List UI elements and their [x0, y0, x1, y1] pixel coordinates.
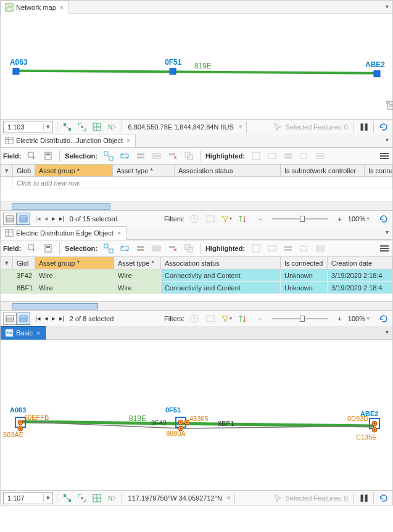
- filter-updown-icon[interactable]: [236, 313, 249, 325]
- hl-3-icon[interactable]: [282, 150, 294, 162]
- scroll-thumb[interactable]: [12, 203, 110, 210]
- filter-funnel-icon[interactable]: ▾: [220, 213, 233, 225]
- grid-tool-icon[interactable]: [91, 492, 103, 504]
- zoom-slider[interactable]: [272, 318, 328, 319]
- close-icon[interactable]: ×: [125, 137, 131, 144]
- iterate-tool-icon[interactable]: N: [105, 492, 118, 504]
- chevron-down-icon[interactable]: ▾: [43, 494, 52, 502]
- field-calc-icon[interactable]: [42, 150, 54, 162]
- view-selected-button[interactable]: [17, 313, 30, 325]
- basic-diagram-canvas[interactable]: A063 0F51 ABE2 60EFFB 503AE 819E 3F42 43…: [1, 340, 392, 490]
- refresh-button[interactable]: [378, 213, 390, 225]
- hl-2-icon[interactable]: [266, 242, 278, 255]
- filter-updown-icon[interactable]: [236, 213, 249, 225]
- select-related-icon[interactable]: [102, 150, 115, 162]
- chevron-down-icon[interactable]: ▾: [1, 165, 13, 176]
- scale-combo[interactable]: 1:103 ▾: [3, 121, 53, 133]
- zoom-slider[interactable]: [272, 218, 328, 219]
- junction-hscrollbar[interactable]: [1, 202, 392, 210]
- delete-selection-icon[interactable]: ×: [167, 242, 179, 255]
- col-asset-type[interactable]: Asset type *: [114, 257, 161, 269]
- pause-button[interactable]: ❚❚: [357, 492, 370, 504]
- grid-tool-icon[interactable]: [91, 121, 103, 133]
- tab-edge-object[interactable]: Electric Distribution Edge Object ×: [1, 226, 126, 240]
- col-is-connected[interactable]: Is connect: [365, 165, 392, 176]
- add-row[interactable]: Click to add new row.: [1, 177, 392, 189]
- network-map-canvas[interactable]: A063 0F51 ABE2 819E: [1, 14, 392, 119]
- select-all-icon[interactable]: [134, 242, 147, 255]
- field-add-icon[interactable]: +: [26, 150, 38, 162]
- edge-hscrollbar[interactable]: [1, 301, 392, 310]
- zoom-minus[interactable]: −: [256, 315, 265, 322]
- hl-1-icon[interactable]: [250, 150, 262, 162]
- iterate-tool-icon[interactable]: N: [105, 121, 118, 133]
- hl-2-icon[interactable]: [266, 150, 278, 162]
- chevron-down-icon[interactable]: ▾: [366, 215, 370, 223]
- col-subnetwork-controller[interactable]: Is subnetwork controller: [281, 165, 365, 176]
- field-add-icon[interactable]: +: [26, 242, 38, 255]
- close-icon[interactable]: ×: [35, 329, 41, 337]
- col-asset-group[interactable]: Asset group *: [35, 257, 114, 269]
- first-record-button[interactable]: |◂: [34, 215, 42, 223]
- delete-selection-icon[interactable]: ×: [167, 150, 179, 162]
- panel-menu-caret[interactable]: ▾: [386, 136, 389, 143]
- filter-time-icon[interactable]: [188, 313, 201, 325]
- filter-funnel-icon[interactable]: ▾: [220, 313, 233, 325]
- hl-4-icon[interactable]: [298, 242, 310, 255]
- refresh-button[interactable]: [378, 121, 390, 133]
- junction-grid-body[interactable]: Click to add new row.: [1, 177, 392, 202]
- filter-extent-icon[interactable]: [204, 313, 217, 325]
- first-record-button[interactable]: |◂: [34, 314, 42, 322]
- zoom-plus[interactable]: +: [335, 215, 344, 223]
- col-globalid[interactable]: Glol: [13, 257, 35, 269]
- chevron-down-icon[interactable]: ▾: [1, 257, 13, 269]
- col-is-connected[interactable]: Is connected: [281, 257, 328, 269]
- scroll-thumb[interactable]: [12, 303, 98, 309]
- close-icon[interactable]: ×: [59, 4, 65, 11]
- next-record-button[interactable]: ▸: [51, 314, 57, 322]
- edge-grid-body[interactable]: 3F42 Wire Wire Connectivity and Content …: [1, 269, 392, 301]
- table-row[interactable]: 8BF1 Wire Wire Connectivity and Content …: [1, 282, 392, 294]
- chevron-down-icon[interactable]: ▾: [227, 494, 231, 502]
- snap-tool-1-icon[interactable]: [61, 492, 73, 504]
- close-icon[interactable]: ×: [116, 229, 122, 237]
- pause-button[interactable]: ❚❚: [357, 121, 370, 133]
- copy-selection-icon[interactable]: [183, 242, 195, 255]
- select-all-icon[interactable]: [134, 150, 147, 162]
- select-swap-icon[interactable]: [118, 242, 131, 255]
- snap-tool-1-icon[interactable]: [61, 121, 73, 133]
- scale-combo[interactable]: 1:107 ▾: [3, 492, 53, 504]
- tab-junction-object[interactable]: Electric Distributio...Junction Object ×: [1, 134, 136, 147]
- table-row[interactable]: 3F42 Wire Wire Connectivity and Content …: [1, 269, 392, 282]
- map-postit-icon[interactable]: [386, 100, 390, 104]
- filter-time-icon[interactable]: [188, 213, 201, 225]
- view-all-button[interactable]: [3, 313, 17, 325]
- clear-selection-icon[interactable]: [151, 242, 163, 255]
- panel-menu-caret[interactable]: ▾: [386, 3, 389, 10]
- table-row[interactable]: [1, 294, 392, 301]
- next-record-button[interactable]: ▸: [51, 215, 57, 223]
- tab-network-map[interactable]: Network map ×: [1, 1, 69, 14]
- col-association-status[interactable]: Association status: [175, 165, 281, 176]
- tab-basic[interactable]: Basic ×: [1, 326, 46, 340]
- chevron-down-icon[interactable]: ▾: [43, 123, 52, 131]
- last-record-button[interactable]: ▸|: [58, 314, 66, 322]
- chevron-down-icon[interactable]: ▾: [366, 314, 370, 322]
- hamburger-menu-icon[interactable]: [379, 244, 390, 253]
- col-globalid[interactable]: Glob: [13, 165, 35, 176]
- last-record-button[interactable]: ▸|: [58, 215, 66, 223]
- zoom-plus[interactable]: +: [335, 315, 344, 322]
- panel-menu-caret[interactable]: ▾: [386, 229, 389, 235]
- hamburger-menu-icon[interactable]: [379, 152, 390, 160]
- filter-extent-icon[interactable]: [204, 213, 217, 225]
- view-selected-button[interactable]: [17, 213, 30, 225]
- hl-4-icon[interactable]: [298, 150, 310, 162]
- select-swap-icon[interactable]: [118, 150, 131, 162]
- zoom-minus[interactable]: −: [256, 215, 265, 223]
- col-association-status[interactable]: Association status: [161, 257, 281, 269]
- slider-knob[interactable]: [300, 316, 305, 322]
- refresh-button[interactable]: [378, 492, 390, 504]
- col-creation-date[interactable]: Creation date: [328, 257, 392, 269]
- copy-selection-icon[interactable]: [183, 150, 195, 162]
- hl-3-icon[interactable]: [282, 242, 294, 255]
